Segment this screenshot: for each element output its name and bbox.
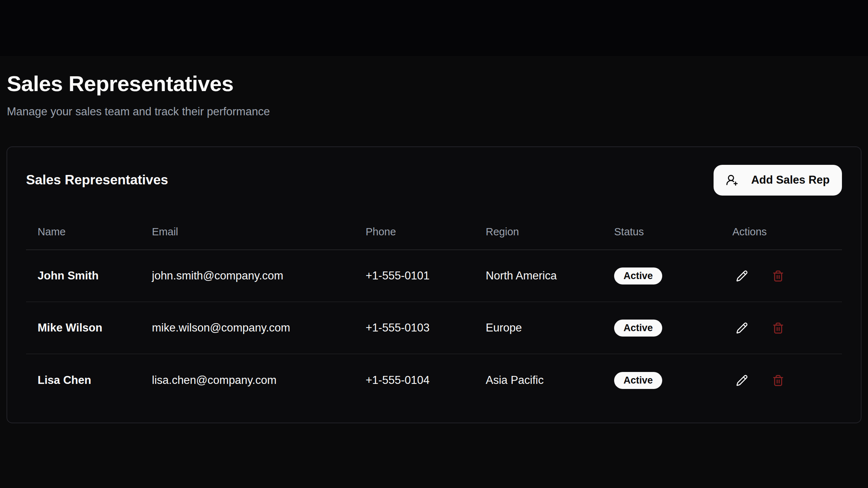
pencil-icon <box>736 322 748 334</box>
column-header-status: Status <box>603 226 721 238</box>
edit-button[interactable] <box>730 316 753 339</box>
cell-phone: +1-555-0104 <box>354 374 474 387</box>
cell-status: Active <box>603 372 721 389</box>
sales-reps-table: Name Email Phone Region Status Actions J… <box>26 214 842 406</box>
cell-name: Lisa Chen <box>26 374 140 387</box>
column-header-email: Email <box>140 226 354 238</box>
cell-name: Mike Wilson <box>26 321 140 334</box>
table-body: John Smith john.smith@company.com +1-555… <box>26 250 842 406</box>
page-subtitle: Manage your sales team and track their p… <box>7 104 861 119</box>
status-badge: Active <box>614 320 662 337</box>
cell-region: North America <box>474 269 603 282</box>
delete-button[interactable] <box>766 264 790 287</box>
delete-button[interactable] <box>766 316 790 339</box>
delete-button[interactable] <box>766 369 790 392</box>
trash-icon <box>772 270 784 282</box>
table-header-row: Name Email Phone Region Status Actions <box>26 214 842 250</box>
cell-status: Active <box>603 267 721 284</box>
cell-phone: +1-555-0101 <box>354 269 474 282</box>
add-sales-rep-button[interactable]: Add Sales Rep <box>714 165 842 196</box>
column-header-phone: Phone <box>354 226 474 238</box>
status-badge: Active <box>614 267 662 284</box>
cell-phone: +1-555-0103 <box>354 321 474 334</box>
page: Sales Representatives Manage your sales … <box>0 0 868 488</box>
column-header-name: Name <box>26 226 140 238</box>
trash-icon <box>772 322 784 334</box>
cell-actions <box>721 264 843 287</box>
table-row: Mike Wilson mike.wilson@company.com +1-5… <box>26 302 842 354</box>
page-title: Sales Representatives <box>7 71 861 97</box>
table-row: John Smith john.smith@company.com +1-555… <box>26 250 842 302</box>
column-header-actions: Actions <box>721 226 843 238</box>
pencil-icon <box>736 270 748 282</box>
cell-email: lisa.chen@company.com <box>140 374 354 387</box>
user-plus-icon <box>726 174 738 186</box>
sales-reps-card: Sales Representatives Add Sales Rep Name… <box>7 146 861 423</box>
cell-name: John Smith <box>26 269 140 282</box>
cell-actions <box>721 316 843 339</box>
table-row: Lisa Chen lisa.chen@company.com +1-555-0… <box>26 354 842 406</box>
add-sales-rep-label: Add Sales Rep <box>751 174 830 187</box>
card-title: Sales Representatives <box>26 172 168 188</box>
cell-status: Active <box>603 320 721 337</box>
cell-actions <box>721 369 843 392</box>
cell-region: Asia Pacific <box>474 374 603 387</box>
edit-button[interactable] <box>730 369 753 392</box>
cell-email: john.smith@company.com <box>140 269 354 282</box>
column-header-region: Region <box>474 226 603 238</box>
edit-button[interactable] <box>730 264 753 287</box>
pencil-icon <box>736 374 748 386</box>
status-badge: Active <box>614 372 662 389</box>
trash-icon <box>772 374 784 386</box>
cell-email: mike.wilson@company.com <box>140 321 354 334</box>
card-header: Sales Representatives Add Sales Rep <box>26 164 842 196</box>
cell-region: Europe <box>474 321 603 334</box>
